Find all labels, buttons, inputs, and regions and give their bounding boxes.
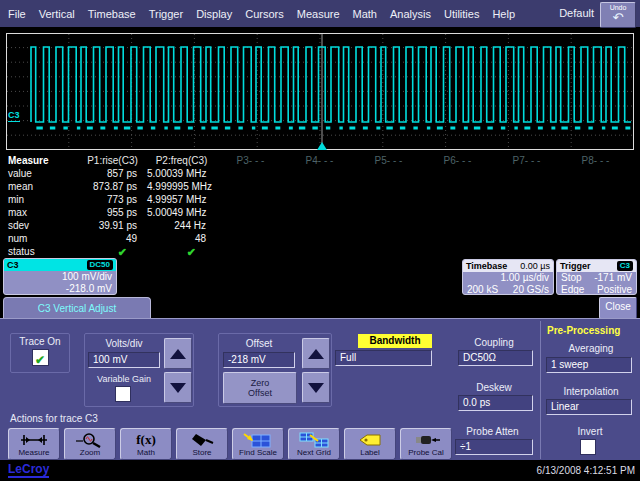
averaging-field[interactable]: 1 sweep (546, 357, 632, 373)
measure-value (285, 181, 354, 194)
zero-offset-label: Zero Offset (240, 378, 280, 398)
status-bar: LeCroy 6/13/2008 4:12:51 PM (0, 460, 640, 481)
vertical-adjust-dialog: C3 Vertical Adjust Close Trace On ✔ Volt… (0, 296, 640, 460)
measure-value (561, 194, 630, 207)
coupling-field[interactable]: DC50Ω (458, 350, 533, 366)
measure-value (492, 168, 561, 181)
waveform-grid (6, 33, 634, 150)
channel-descriptor-box[interactable]: C3 DC50 100 mV/div -218.0 mV (3, 258, 117, 295)
trigger-marker-icon[interactable] (317, 142, 327, 150)
find-scale-icon (242, 432, 274, 448)
offset-field[interactable]: -218 mV (223, 352, 295, 368)
menu-analysis[interactable]: Analysis (390, 8, 431, 20)
menu-file[interactable]: File (8, 8, 26, 20)
menu-display[interactable]: Display (196, 8, 232, 20)
datetime-display: 6/13/2008 4:12:51 PM (537, 465, 635, 476)
measure-row-label: value (0, 168, 78, 181)
invert-label: Invert (560, 426, 620, 437)
toolbar-store-button[interactable]: Store (176, 428, 228, 460)
measure-col-header: P2:freq(C3) (147, 155, 216, 168)
trigger-mode: Stop (561, 272, 582, 284)
toolbar-button-label: Math (137, 448, 155, 458)
menu-default[interactable]: Default (559, 7, 594, 19)
measure-status (216, 246, 285, 259)
measure-value (216, 168, 285, 181)
measure-status (285, 246, 354, 259)
trigger-descriptor-box[interactable]: Trigger C3 Stop -171 mV Edge Positive (556, 259, 637, 295)
toolbar-next-grid-button[interactable]: Next Grid (288, 428, 340, 460)
offset-up-button[interactable] (302, 338, 330, 369)
timebase-title: Timebase (466, 261, 507, 271)
menu-math[interactable]: Math (353, 8, 377, 20)
probe-atten-field[interactable]: ÷1 (455, 439, 533, 455)
up-arrow-icon (308, 349, 324, 359)
toolbar-zoom-button[interactable]: Zoom (64, 428, 116, 460)
measure-value (423, 233, 492, 246)
measure-value (285, 220, 354, 233)
toolbar-button-label: Next Grid (297, 448, 331, 458)
timebase-delay: 0.00 µs (520, 261, 550, 271)
channel-offset-value: -218.0 mV (4, 283, 116, 295)
channel-indicator[interactable]: C3 (8, 110, 20, 122)
measure-value (216, 220, 285, 233)
variable-gain-checkbox[interactable]: ✔ (115, 386, 131, 402)
measure-value: 48 (147, 233, 216, 246)
trigger-title: Trigger (560, 261, 591, 271)
measure-value (492, 194, 561, 207)
offset-down-button[interactable] (302, 372, 330, 403)
interpolation-label: Interpolation (548, 386, 634, 397)
deskew-field[interactable]: 0.0 ps (458, 395, 533, 411)
channel-coupling-badge: DC50 (87, 260, 113, 270)
trigger-slope: Positive (597, 284, 632, 295)
measure-value (354, 168, 423, 181)
tab-c3-vertical-adjust[interactable]: C3 Vertical Adjust (3, 297, 151, 319)
next-grid-icon (298, 432, 330, 448)
undo-button[interactable]: Undo ↶ (600, 2, 636, 28)
preprocessing-title: Pre-Processing (547, 325, 620, 336)
toolbar-button-label: Store (192, 448, 211, 458)
menu-vertical[interactable]: Vertical (39, 8, 75, 20)
menu-bar: FileVerticalTimebaseTriggerDisplayCursor… (0, 0, 640, 29)
bandwidth-field[interactable]: Full (335, 350, 432, 366)
store-icon (186, 432, 218, 448)
measure-value (423, 194, 492, 207)
trace-on-checkbox[interactable]: ✔ (32, 349, 49, 366)
close-button[interactable]: Close (599, 297, 637, 319)
volts-up-button[interactable] (164, 338, 192, 369)
deskew-label: Deskew (455, 382, 533, 393)
toolbar: MeasureZoomf(x)MathStoreFind ScaleNext G… (8, 428, 452, 460)
toolbar-find-scale-button[interactable]: Find Scale (232, 428, 284, 460)
volts-div-field[interactable]: 100 mV (88, 352, 160, 368)
measure-value (492, 207, 561, 220)
menu-cursors[interactable]: Cursors (245, 8, 284, 20)
interpolation-field[interactable]: Linear (546, 399, 632, 415)
toolbar-label-button[interactable]: Label (344, 428, 396, 460)
measure-value (285, 233, 354, 246)
measure-value (423, 220, 492, 233)
toolbar-math-button[interactable]: f(x)Math (120, 428, 172, 460)
measure-value (285, 168, 354, 181)
measure-value: 857 ps (78, 168, 147, 181)
toolbar-probe-cal-button[interactable]: Probe Cal (400, 428, 452, 460)
offset-group: Offset -218 mV Zero Offset (218, 333, 332, 407)
zero-offset-button[interactable]: Zero Offset (223, 372, 297, 404)
volts-down-button[interactable] (164, 372, 192, 403)
invert-checkbox[interactable]: ✔ (580, 439, 596, 455)
toolbar-measure-button[interactable]: Measure (8, 428, 60, 460)
menu-measure[interactable]: Measure (297, 8, 340, 20)
menu-help[interactable]: Help (492, 8, 515, 20)
waveform-display[interactable]: C3 (0, 29, 640, 153)
measure-value (216, 194, 285, 207)
oscilloscope-screen: FileVerticalTimebaseTriggerDisplayCursor… (0, 0, 640, 481)
measure-value: 39.91 ps (78, 220, 147, 233)
measure-value (354, 220, 423, 233)
volts-div-label: Volts/div (85, 338, 163, 349)
measure-panel: MeasureP1:rise(C3)P2:freq(C3)P3- - -P4- … (0, 153, 640, 258)
menu-trigger[interactable]: Trigger (149, 8, 183, 20)
measure-status (354, 246, 423, 259)
menu-timebase[interactable]: Timebase (88, 8, 136, 20)
timebase-descriptor-box[interactable]: Timebase 0.00 µs 1.00 µs/div 200 kS 20 G… (462, 259, 554, 295)
menu-utilities[interactable]: Utilities (444, 8, 479, 20)
measure-row-label: num (0, 233, 78, 246)
toolbar-button-label: Label (360, 448, 380, 458)
